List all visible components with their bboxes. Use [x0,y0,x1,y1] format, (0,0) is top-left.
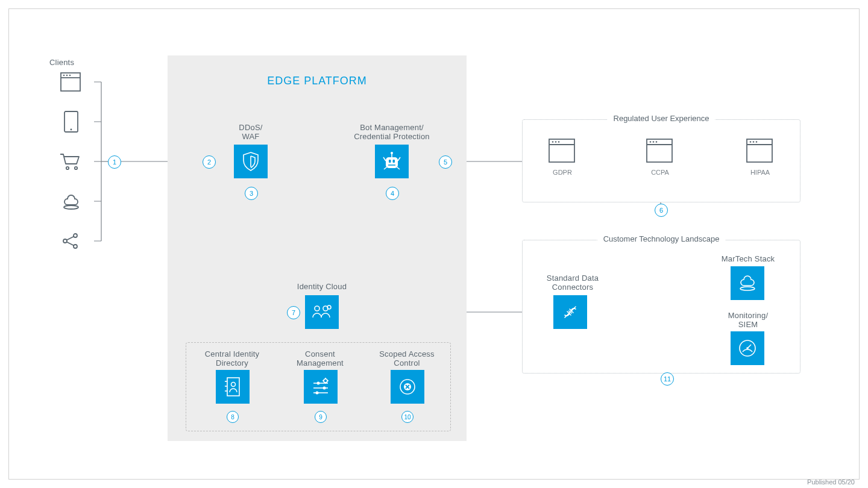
cart-icon [59,152,82,171]
svg-point-62 [756,141,758,143]
bot-label-l1: Bot Management/ [344,123,440,132]
svg-point-44 [316,392,319,395]
tech-title: Customer Technology Landscape [597,234,726,243]
plug-icon [560,302,580,322]
step-6: 6 [655,204,668,217]
circle-x-icon [398,377,417,396]
martech-label: MarTech Stack [715,254,781,263]
gdpr-icon [549,139,575,163]
svg-point-16 [71,129,72,131]
svg-point-63 [740,287,755,290]
ddos-label-l1: DDoS/ [221,123,281,132]
hipaa-icon [746,139,773,163]
svg-point-42 [323,387,326,390]
svg-point-21 [74,234,77,237]
svg-point-30 [391,152,393,154]
svg-point-51 [555,141,557,143]
clients-title: Clients [49,58,98,67]
group-icon [311,303,333,321]
directory-label-l1: Central Identity [199,349,265,358]
scoped-label-l2: Control [374,358,440,368]
connectors-box [553,295,587,329]
martech-box [731,266,764,300]
svg-line-23 [67,237,74,240]
cloud-stack-icon [61,193,81,211]
svg-point-56 [653,141,655,143]
bot-label: Bot Management/ Credential Protection [344,123,440,141]
ddos-label-l2: WAF [221,132,281,141]
consent-label: Consent Management [287,349,353,368]
siem-label-l1: Monitoring/ [715,311,781,320]
directory-box [216,370,250,404]
step-5: 5 [439,155,452,169]
step-4: 4 [386,187,399,200]
svg-rect-27 [393,160,395,163]
svg-point-50 [552,141,554,143]
ddos-label: DDoS/ WAF [221,123,281,141]
directory-label-l2: Directory [199,358,265,368]
svg-point-40 [317,382,320,385]
scoped-label: Scoped Access Control [374,349,440,368]
identity-label: Identity Cloud [286,282,358,291]
connectors-label: Standard Data Connectors [536,274,609,292]
ddos-box [234,145,268,178]
bot-label-l2: Credential Protection [344,132,440,141]
contact-book-icon [224,377,242,397]
step-9: 9 [315,411,327,423]
svg-point-20 [63,239,67,243]
consent-label-l2: Management [287,358,353,368]
svg-point-66 [746,347,749,349]
svg-point-55 [650,141,652,143]
directory-label: Central Identity Directory [199,349,265,368]
step-3: 3 [245,187,258,200]
svg-point-31 [315,306,319,311]
identity-box [305,295,339,329]
svg-point-22 [74,245,77,248]
step-8: 8 [227,411,239,423]
connectors-label-l1: Standard Data [536,274,609,283]
svg-point-12 [63,75,65,77]
scoped-box [391,370,424,404]
published-footnote: Published 05/20 [807,478,855,486]
browser-icon [60,72,81,92]
siem-label-l2: SIEM [715,320,781,329]
svg-rect-26 [389,160,391,163]
regulated-title: Regulated User Experience [608,114,715,123]
siem-label: Monitoring/ SIEM [715,311,781,329]
svg-point-17 [66,167,69,169]
consent-label-l1: Consent [287,349,353,358]
share-icon [61,233,80,249]
bot-icon [382,151,402,172]
hipaa-label: HIPAA [739,169,781,176]
svg-point-14 [69,75,71,77]
svg-point-57 [656,141,658,143]
step-11: 11 [661,372,674,386]
svg-point-52 [558,141,560,143]
ccpa-icon [646,139,673,163]
gdpr-label: GDPR [541,169,583,176]
svg-point-61 [753,141,755,143]
scoped-label-l1: Scoped Access [374,349,440,358]
step-1: 1 [108,155,121,169]
svg-rect-25 [386,157,398,168]
svg-point-13 [66,75,68,77]
step-10: 10 [401,411,414,423]
siem-box [731,331,764,365]
step-7: 7 [287,306,300,319]
svg-point-38 [231,383,236,387]
svg-point-19 [64,205,78,209]
connectors-label-l2: Connectors [536,283,609,292]
consent-box [304,370,338,404]
edge-title: EDGE PLATFORM [168,75,467,87]
step-2: 2 [203,155,216,169]
gauge-icon [737,338,758,358]
svg-line-24 [67,242,74,246]
tablet-icon [64,111,78,133]
shield-icon [242,151,260,172]
cloud-stack-white-icon [737,274,758,292]
svg-point-18 [75,167,77,169]
ccpa-label: CCPA [639,169,681,176]
bot-box [375,145,409,178]
sliders-gear-icon [311,377,330,396]
svg-point-60 [750,141,752,143]
